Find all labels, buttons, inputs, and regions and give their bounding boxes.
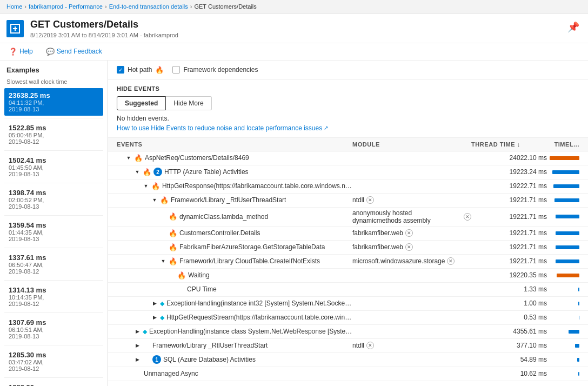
expand-button[interactable]: ▶: [134, 342, 141, 349]
sidebar-item-9[interactable]: 1282.90 ms 01:42:08 PM, 2019-08-13: [4, 380, 103, 386]
diamond-icon: ◆: [143, 328, 147, 335]
event-time-cell: 4355.61 ms: [471, 328, 547, 335]
suggested-button[interactable]: Suggested: [117, 96, 166, 110]
event-time-cell: 19221.71 ms: [471, 229, 547, 237]
event-name-cell: ▼🔥Framework/Library _RtlUserThreadStart: [117, 196, 352, 204]
module-x-icon[interactable]: ✕: [366, 196, 374, 204]
event-name-cell: 🔥FabrikamFiberAzureStorage.GetStorageTab…: [117, 243, 352, 251]
event-timeline-cell: [547, 184, 579, 188]
hotpath-check-icon: ✓: [117, 66, 124, 74]
toolbar: ❓ Help 💬 Send Feedback: [0, 43, 588, 61]
expand-button[interactable]: ▶: [134, 328, 141, 335]
table-row[interactable]: CPU Time1.33 ms: [108, 283, 588, 297]
expand-button[interactable]: ▼: [160, 258, 166, 264]
event-timeline-cell: [547, 358, 579, 362]
table-row[interactable]: ▶◆ExceptionHandling(instance class Syste…: [108, 325, 588, 339]
table-row[interactable]: 🔥Waiting19220.35 ms: [108, 269, 588, 283]
table-row[interactable]: ▼🔥2HTTP (Azure Table) Activities19223.24…: [108, 165, 588, 179]
event-name-cell: CPU Time: [117, 285, 352, 293]
event-time-cell: 1.33 ms: [471, 285, 547, 293]
sidebar-date1: 04:11:32 PM,: [9, 99, 99, 106]
sidebar-item-6[interactable]: 1314.13 ms 10:14:35 PM, 2019-08-12: [4, 283, 103, 310]
event-time-cell: 0.53 ms: [471, 314, 547, 321]
event-timeline-cell: [547, 231, 579, 235]
module-x-icon[interactable]: ✕: [405, 243, 413, 251]
sidebar-item-2[interactable]: 1502.41 ms 01:45:50 AM, 2019-08-13: [4, 153, 103, 181]
table-row[interactable]: ▶◆HttpGetRequestStream(https://fabrikama…: [108, 311, 588, 325]
sidebar-item-3[interactable]: 1398.74 ms 02:00:52 PM, 2019-08-13: [4, 185, 103, 213]
sidebar-item-7[interactable]: 1307.69 ms 06:10:51 AM, 2019-08-13: [4, 315, 103, 343]
event-timeline-cell: [547, 316, 579, 320]
timeline-bar: [569, 330, 579, 334]
table-row[interactable]: ▼🔥Framework/Library CloudTable.CreateIfN…: [108, 255, 588, 269]
expand-button[interactable]: ▼: [143, 183, 149, 189]
flame-icon: 🔥: [151, 182, 160, 190]
pin-button[interactable]: 📌: [565, 19, 582, 35]
module-x-icon[interactable]: ✕: [447, 257, 455, 265]
event-name-text: Framework/Library CloudTable.CreateIfNot…: [179, 257, 320, 265]
event-name-text: HttpGetResponse(https://fabrikamaccount.…: [162, 182, 352, 190]
col-thread-time[interactable]: THREAD TIME ↓: [471, 141, 547, 148]
expand-button[interactable]: ▶: [151, 314, 158, 321]
expand-button[interactable]: ▶: [151, 300, 158, 307]
how-to-link[interactable]: How to use Hide Events to reduce noise a…: [117, 124, 328, 132]
sidebar-item-1[interactable]: 1522.85 ms 05:00:48 PM, 2019-08-12: [4, 121, 103, 148]
breadcrumb-fabrikamprod[interactable]: fabrikamprod - Performance: [29, 3, 103, 10]
sidebar-item-0[interactable]: 23638.25 ms 04:11:32 PM, 2019-08-13: [4, 88, 103, 116]
table-row[interactable]: ▶Framework/Library _RtlUserThreadStartnt…: [108, 339, 588, 353]
table-row[interactable]: Unmanaged Async10.62 ms: [108, 367, 588, 381]
table-row[interactable]: ▶◆ExceptionHandling(instance int32 [Syst…: [108, 297, 588, 311]
expand-button[interactable]: ▼: [134, 169, 141, 175]
sidebar-items: 23638.25 ms 04:11:32 PM, 2019-08-13 1522…: [4, 88, 103, 386]
module-x-icon[interactable]: ✕: [405, 229, 413, 237]
sidebar-date2: 2019-08-12: [9, 365, 99, 372]
event-name-cell: ▼🔥HttpGetResponse(https://fabrikamaccoun…: [117, 182, 352, 190]
badge: 2: [153, 168, 162, 176]
event-name-cell: ▼🔥AspNetReq/Customers/Details/8469: [117, 154, 352, 162]
sort-icon: ↓: [517, 141, 520, 148]
breadcrumb-home[interactable]: Home: [6, 3, 22, 10]
table-row[interactable]: ▶1SQL (Azure Database) Activities54.89 m…: [108, 353, 588, 367]
hotpath-checkbox[interactable]: ✓ Hot path 🔥: [117, 66, 164, 74]
module-x-icon[interactable]: ✕: [464, 213, 471, 221]
table-row[interactable]: 🔥CustomersController.Detailsfabrikamfibe…: [108, 227, 588, 241]
help-button[interactable]: ❓ Help: [6, 46, 35, 57]
expand-button[interactable]: ▼: [125, 155, 132, 161]
event-time-cell: 19220.35 ms: [471, 271, 547, 279]
sidebar-time: 1502.41 ms: [9, 156, 99, 164]
expand-button[interactable]: ▶: [134, 356, 141, 363]
no-events-text: No hidden events.: [117, 115, 579, 122]
event-name-cell: Unmanaged Async: [117, 370, 352, 377]
table-row[interactable]: ▼🔥Framework/Library _RtlUserThreadStartn…: [108, 194, 588, 208]
sidebar-item-5[interactable]: 1337.61 ms 06:50:47 AM, 2019-08-12: [4, 250, 103, 278]
timeline-bar: [550, 156, 579, 160]
sidebar-section-title: Slowest wall clock time: [4, 78, 103, 85]
col-timeline: TIMEL...: [547, 141, 579, 148]
table-row[interactable]: 🔥FabrikamFiberAzureStorage.GetStorageTab…: [108, 241, 588, 255]
sidebar-item-8[interactable]: 1285.30 ms 03:47:02 AM, 2019-08-12: [4, 348, 103, 375]
table-row[interactable]: ▼🔥AspNetReq/Customers/Details/846924022.…: [108, 151, 588, 165]
feedback-button[interactable]: 💬 Send Feedback: [44, 46, 104, 57]
hide-more-button[interactable]: Hide More: [166, 96, 211, 110]
sidebar-date2: 2019-08-13: [9, 171, 99, 177]
event-timeline-cell: [547, 372, 579, 376]
events-table: EVENTS MODULE THREAD TIME ↓ TIMEL... ▼🔥A…: [108, 138, 588, 381]
breadcrumb-e2e[interactable]: End-to-end transaction details: [109, 3, 188, 10]
expand-button[interactable]: ▼: [151, 197, 158, 203]
event-name-cell: ▶◆HttpGetRequestStream(https://fabrikama…: [117, 314, 352, 321]
sidebar-time: 23638.25 ms: [9, 91, 99, 99]
sidebar-title: Examples: [4, 66, 103, 74]
sidebar-time: 1285.30 ms: [9, 351, 99, 359]
how-to-text: How to use Hide Events to reduce noise a…: [117, 124, 322, 132]
event-time-cell: 10.62 ms: [471, 370, 547, 377]
table-row[interactable]: 🔥dynamicClass.lambda_methodanonymously h…: [108, 208, 588, 227]
table-row[interactable]: ▼🔥HttpGetResponse(https://fabrikamaccoun…: [108, 179, 588, 194]
sidebar-item-4[interactable]: 1359.54 ms 01:44:35 AM, 2019-08-13: [4, 218, 103, 245]
event-time-cell: 1.00 ms: [471, 300, 547, 307]
sidebar-time: 1314.13 ms: [9, 286, 99, 294]
module-x-icon[interactable]: ✕: [366, 342, 374, 349]
module-name: fabrikamfiber.web: [352, 229, 403, 237]
framework-checkbox[interactable]: Framework dependencies: [172, 66, 258, 74]
sidebar-date1: 06:10:51 AM,: [9, 327, 99, 333]
sidebar-time: 1359.54 ms: [9, 221, 99, 229]
